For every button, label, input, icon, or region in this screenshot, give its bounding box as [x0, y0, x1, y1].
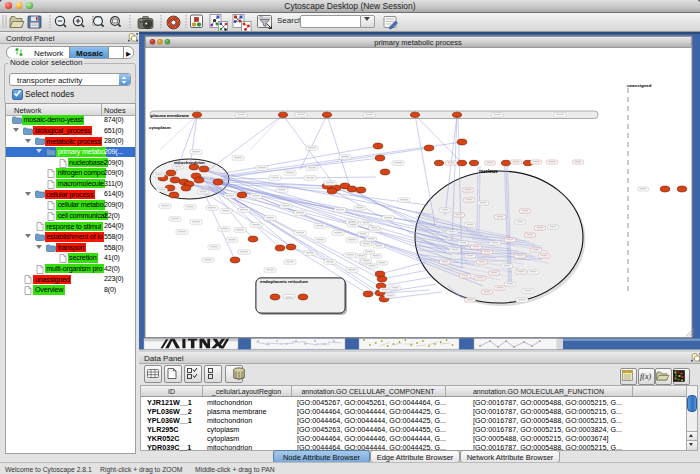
svg-text:f(x): f(x): [640, 372, 651, 381]
svg-text:primary metabolic process: primary metabolic process: [374, 38, 462, 47]
svg-text:plasma membrane: plasma membrane: [151, 113, 190, 118]
svg-text:nucleus: nucleus: [479, 168, 498, 174]
svg-text:cytoplasm: cytoplasm: [149, 125, 171, 130]
svg-text:endoplasmic reticulum: endoplasmic reticulum: [260, 279, 308, 284]
svg-text:unassigned: unassigned: [627, 83, 652, 88]
